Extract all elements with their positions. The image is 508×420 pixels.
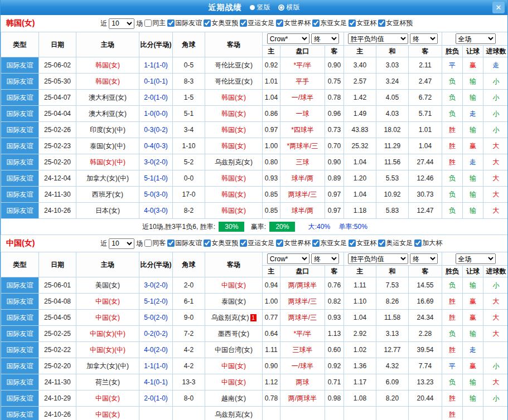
handicap-away-odds-cell: 0.73 [325, 122, 344, 138]
match-scope-select[interactable]: 全场 [456, 253, 496, 264]
away-team-cell: 乌兹别克(女) [205, 154, 263, 170]
filter-checkbox-亚运女足[interactable]: 亚运女足 [240, 18, 274, 28]
filter-checkbox-同客[interactable]: 同客 [144, 238, 166, 248]
away-team-cell: 哥伦比亚(女) [205, 57, 263, 74]
avg-away-odds-cell: 2.28 [409, 326, 442, 342]
filter-bar: 近 10 场 同客国际友谊女奥亚预亚运女足女世界杯东亚女足女亚杯奥运女足加大杯 [100, 238, 442, 249]
col-result-handicap: 让球 [463, 46, 483, 57]
checkbox-input[interactable] [144, 19, 152, 27]
filter-checkbox-女亚杯预[interactable]: 女亚杯预 [378, 18, 413, 28]
filter-checkbox-女世界杯[interactable]: 女世界杯 [276, 238, 311, 248]
bookmaker-select[interactable]: Crow* [267, 33, 309, 44]
bookmaker-select[interactable]: Crow* [267, 253, 309, 264]
checkbox-input[interactable] [240, 240, 247, 247]
filter-checkbox-女亚杯[interactable]: 女亚杯 [349, 18, 376, 28]
checkbox-input[interactable] [312, 19, 320, 27]
corner-score-cell: 1-5 [173, 90, 205, 106]
checkbox-input[interactable] [204, 19, 211, 27]
match-date-cell: 24-11-30 [39, 374, 76, 390]
final-odds-select[interactable]: 终 [311, 253, 339, 264]
result-wdl-cell: 胜 [442, 342, 463, 358]
layout-option-vertical[interactable]: 竖版 [250, 3, 270, 12]
match-type-cell: 国际友谊 [1, 310, 39, 326]
col-type: 类型 [1, 32, 39, 57]
filter-checkbox-女奥亚预[interactable]: 女奥亚预 [204, 238, 238, 248]
layout-option-horizontal[interactable]: 横版 [278, 3, 300, 12]
final-avg-select[interactable]: 终 [410, 33, 438, 44]
final-odds-select[interactable]: 终 [311, 33, 339, 44]
handicap-line-cell: 一/球半 [280, 358, 325, 374]
result-wdl-cell: 胜 [442, 138, 463, 154]
filter-checkbox-女奥亚预[interactable]: 女奥亚预 [204, 18, 238, 28]
checkbox-label: 加大杯 [422, 238, 442, 248]
match-row: 国际友谊25-02-26印度(女)(中)0-3(0-2)3-4韩国(女)0.97… [1, 122, 508, 138]
avg-home-odds-cell: 1.08 [344, 390, 376, 407]
avg-home-odds-cell: 1.17 [344, 374, 376, 390]
match-row: 国际友谊24-12-04加拿大(女)(中)5-1(1-0)0-0韩国(女)0.9… [1, 170, 508, 187]
col-corner: 角球 [173, 252, 205, 277]
close-button[interactable]: ✕ [492, 2, 505, 13]
filter-checkbox-东亚女足[interactable]: 东亚女足 [312, 18, 347, 28]
match-row: 国际友谊25-04-05中国(女)5-0(2-0)9-0乌兹别克(女)10.77… [1, 310, 508, 326]
filter-checkbox-奥运女足[interactable]: 奥运女足 [378, 238, 413, 248]
checkbox-input[interactable] [312, 240, 320, 247]
score-cell: 2-0(1-0) [139, 90, 173, 106]
match-row: 国际友谊25-02-20韩国(女)(中)3-0(2-0)5-2乌兹别克(女)0.… [1, 154, 508, 170]
filter-checkbox-女世界杯[interactable]: 女世界杯 [276, 18, 311, 28]
checkbox-input[interactable] [378, 19, 385, 27]
checkbox-input[interactable] [167, 19, 175, 27]
checkbox-input[interactable] [378, 240, 385, 247]
handicap-home-odds-cell: 0.97 [263, 122, 280, 138]
home-team-cell: 加拿大(女)(中) [76, 358, 139, 374]
result-goals-cell: 大 [483, 170, 508, 187]
home-team-cell: 澳大利亚(女) [76, 106, 139, 122]
avg-draw-odds-cell [376, 407, 409, 420]
handicap-home-odds-cell: 1.04 [263, 90, 280, 106]
filter-checkbox-加大杯[interactable]: 加大杯 [414, 238, 442, 248]
checkbox-input[interactable] [414, 240, 422, 247]
avg-home-odds-cell: 1.11 [344, 277, 376, 294]
checkbox-input[interactable] [204, 240, 211, 247]
away-team-cell: 韩国(女) [205, 122, 263, 138]
filter-checkbox-东亚女足[interactable]: 东亚女足 [312, 238, 347, 248]
checkbox-input[interactable] [276, 19, 283, 27]
filter-checkbox-同主[interactable]: 同主 [144, 18, 166, 28]
filter-checkbox-国际友谊[interactable]: 国际友谊 [167, 18, 202, 28]
avg-odds-select[interactable]: 胜平负均值 [348, 253, 408, 264]
match-type-cell: 国际友谊 [1, 170, 39, 187]
checkbox-input[interactable] [167, 240, 175, 247]
avg-draw-odds-cell: 5.83 [376, 203, 409, 219]
filter-checkbox-女亚杯[interactable]: 女亚杯 [349, 238, 376, 248]
checkbox-input[interactable] [240, 19, 247, 27]
filter-checkbox-亚运女足[interactable]: 亚运女足 [240, 238, 274, 248]
col-avg-home: 主 [344, 46, 376, 57]
avg-odds-header: 胜平负均值 终 [344, 32, 442, 46]
avg-odds-select[interactable]: 胜平负均值 [348, 33, 408, 44]
checkbox-input[interactable] [349, 240, 356, 247]
col-date: 日期 [39, 252, 76, 277]
result-goals-cell: 走 [483, 57, 508, 74]
avg-away-odds-cell: 14.55 [409, 277, 442, 294]
match-scope-select[interactable]: 全场 [456, 33, 496, 44]
win-rate-label: 胜率: [200, 223, 215, 231]
score-cell: 5-0(3-0) [139, 187, 173, 203]
filter-bar: 近 10 场 同主国际友谊女奥亚预亚运女足女世界杯东亚女足女亚杯女亚杯预 [100, 18, 413, 29]
filter-prefix: 近 [100, 239, 107, 248]
checkbox-input[interactable] [276, 240, 283, 247]
checkbox-label: 女世界杯 [284, 238, 311, 248]
recent-count-select[interactable]: 10 [109, 18, 134, 29]
handicap-odds-header: Crow* 终 [263, 32, 344, 46]
recent-count-select[interactable]: 10 [109, 238, 134, 249]
checkbox-input[interactable] [144, 240, 152, 247]
handicap-away-odds-cell [325, 407, 344, 420]
col-avg-draw: 和 [376, 266, 409, 277]
match-type-cell: 国际友谊 [1, 57, 39, 74]
away-team-cell: 韩国(女) [205, 203, 263, 219]
handicap-line-cell: 一球 [280, 106, 325, 122]
result-goals-cell [483, 407, 508, 420]
final-avg-select[interactable]: 终 [410, 253, 438, 264]
filter-suffix: 场 [136, 19, 143, 28]
filter-checkbox-国际友谊[interactable]: 国际友谊 [167, 238, 202, 248]
checkbox-input[interactable] [349, 19, 356, 27]
avg-away-odds-cell: 12.47 [409, 203, 442, 219]
